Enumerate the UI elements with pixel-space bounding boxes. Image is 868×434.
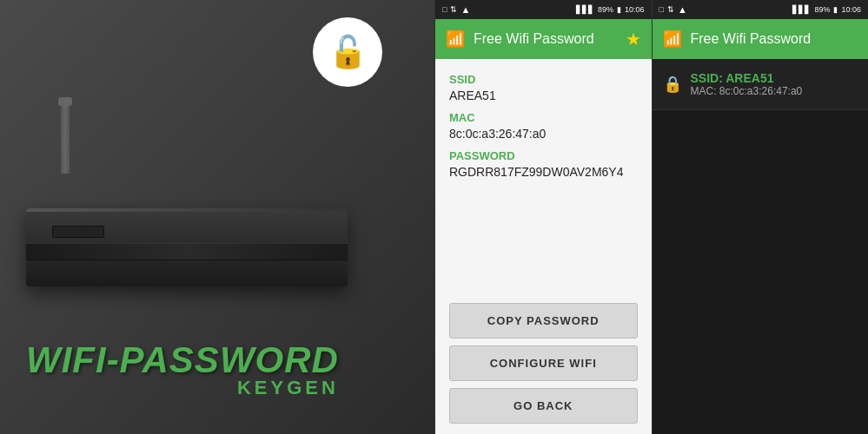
router-stripe — [26, 243, 348, 260]
lock-icon: 🔓 — [328, 34, 368, 70]
app-bar-title-2: Free Wifi Password — [691, 31, 858, 47]
status-bar-left-1: □ ⇅ ▲ — [442, 4, 470, 15]
wifi-status-icon-2: ▲ — [678, 4, 687, 15]
mac-value: 8c:0c:a3:26:47:a0 — [449, 127, 638, 141]
app-title-block: WIFI-PASSWORD KEYGEN — [26, 339, 339, 399]
mac-label: MAC — [449, 111, 638, 124]
app-bar-2: 📶 Free Wifi Password — [653, 19, 869, 59]
lock-small-icon: 🔒 — [663, 75, 682, 94]
sync-icon-1: ⇅ — [450, 5, 457, 14]
phone-panel-2: □ ⇅ ▲ ▋▋▋ 89% ▮ 10:06 📶 Free Wifi Passwo… — [652, 0, 869, 434]
router-illustration — [26, 104, 356, 295]
app-bar-1: 📶 Free Wifi Password ★ — [435, 19, 652, 59]
status-bar-right-2: ▋▋▋ 89% ▮ 10:06 — [792, 5, 861, 14]
content-area-1: SSID AREA51 MAC 8c:0c:a3:26:47:a0 PASSWO… — [435, 59, 652, 296]
router-body — [26, 208, 348, 286]
configure-wifi-button[interactable]: CONFIGURE WIFI — [449, 345, 638, 381]
battery-icon-2: ▮ — [833, 5, 838, 14]
app-bar-title-1: Free Wifi Password — [474, 31, 617, 47]
wifi-status-icon-1: ▲ — [461, 4, 470, 15]
password-label: PASSWORD — [449, 149, 638, 162]
password-value: RGDRR817FZ99DW0AV2M6Y4 — [449, 165, 638, 179]
wifi-list-ssid: SSID: AREA51 — [691, 71, 858, 85]
right-panels: □ ⇅ ▲ ▋▋▋ 89% ▮ 10:06 📶 Free Wifi Passwo… — [434, 0, 868, 434]
buttons-area: COPY PASSWORD CONFIGURE WIFI GO BACK — [435, 296, 652, 434]
status-bar-2: □ ⇅ ▲ ▋▋▋ 89% ▮ 10:06 — [653, 0, 869, 19]
left-panel: 🔓 WIFI-PASSWORD KEYGEN — [0, 0, 434, 434]
lock-icon-circle: 🔓 — [313, 17, 382, 87]
panel2-content: 🔒 SSID: AREA51 MAC: 8c:0c:a3:26:47:a0 — [653, 59, 869, 434]
time-2: 10:06 — [841, 5, 861, 14]
battery-pct-2: 89% — [814, 5, 830, 14]
notification-icon-2: □ — [659, 5, 664, 14]
ssid-value: AREA51 — [449, 89, 638, 102]
copy-password-button[interactable]: COPY PASSWORD — [449, 303, 638, 339]
wifi-icon-appbar-1: 📶 — [446, 30, 465, 49]
favorite-star-1[interactable]: ★ — [626, 29, 641, 49]
battery-icon-1: ▮ — [617, 5, 621, 14]
router-antenna — [61, 104, 70, 174]
wifi-item-info: SSID: AREA51 MAC: 8c:0c:a3:26:47:a0 — [691, 71, 858, 97]
status-bar-right-1: ▋▋▋ 89% ▮ 10:06 — [576, 5, 645, 14]
status-bar-left-2: □ ⇅ ▲ — [659, 4, 687, 15]
router-bottom — [26, 269, 348, 286]
wifi-list-mac: MAC: 8c:0c:a3:26:47:a0 — [691, 85, 858, 97]
battery-pct-1: 89% — [598, 5, 613, 14]
status-bar-1: □ ⇅ ▲ ▋▋▋ 89% ▮ 10:06 — [435, 0, 652, 19]
wifi-icon-appbar-2: 📶 — [663, 30, 682, 49]
app-title: WIFI-PASSWORD — [26, 339, 339, 381]
notification-icon-1: □ — [442, 5, 447, 14]
phone-panel-1: □ ⇅ ▲ ▋▋▋ 89% ▮ 10:06 📶 Free Wifi Passwo… — [434, 0, 652, 434]
wifi-list-item[interactable]: 🔒 SSID: AREA51 MAC: 8c:0c:a3:26:47:a0 — [653, 59, 869, 110]
time-1: 10:06 — [625, 5, 645, 14]
go-back-button[interactable]: GO BACK — [449, 388, 638, 424]
signal-icon-1: ▋▋▋ — [576, 5, 594, 14]
sync-icon-2: ⇅ — [667, 5, 674, 14]
ssid-label: SSID — [449, 73, 638, 86]
signal-icon-2: ▋▋▋ — [792, 5, 811, 14]
router-led — [52, 226, 104, 238]
